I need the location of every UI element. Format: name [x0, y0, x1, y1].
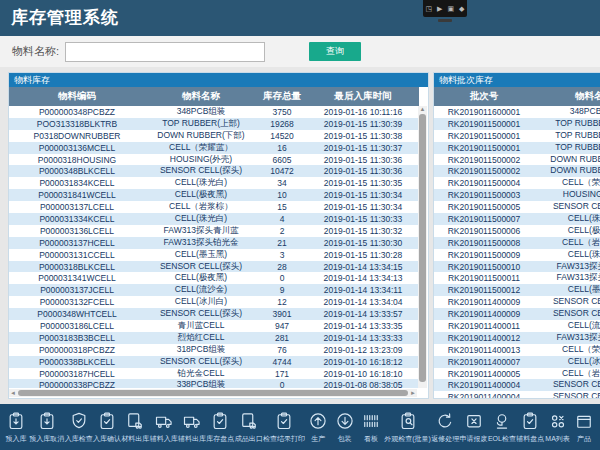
table-row[interactable]: P000003132FCELLCELL(冰川白)122019-01-14 13:…	[9, 296, 419, 308]
overlay-handle[interactable]	[438, 19, 452, 22]
table-row[interactable]: P000003136LCELLFAW313探头青川蓝22019-01-15 11…	[9, 225, 419, 237]
horizontal-scrollbar[interactable]: ◄ ►	[9, 389, 417, 397]
table-cell: 2019-01-14 13:34:11	[307, 285, 419, 295]
table-row[interactable]: P000031341WCELLCELL(极夜黑)02019-01-14 13:3…	[9, 272, 419, 284]
table-row[interactable]: P0000348WHTCELLSENSOR CELL(探头)39012019-0…	[9, 308, 419, 320]
table-row[interactable]: RK2019011500001TOP RUBBER(上部)	[434, 142, 600, 154]
capture-overlay-toolbar[interactable]: ◳▶▣◆	[423, 0, 467, 17]
toolbar-item-7[interactable]: 辅料出库	[178, 411, 206, 444]
scroll-thumb[interactable]	[18, 390, 408, 396]
table-row[interactable]: RK2019011500007CELL(珠光白)	[434, 213, 600, 225]
table-row[interactable]: P000003136MCELLCELL（荣耀蓝）162019-01-15 11:…	[9, 142, 419, 154]
table-row[interactable]: P0003183B3BCELL烈焰红CELL2812019-01-14 13:3…	[9, 332, 419, 344]
scroll-left-arrow[interactable]: ◄	[10, 389, 16, 397]
table-row[interactable]: P000000348PCBZZ348PCB组装37502019-01-16 10…	[9, 106, 419, 118]
table-row[interactable]: P000003187HCELL铂光金CELL1712019-01-10 16:1…	[9, 368, 419, 380]
toolbar-item-12[interactable]: 包装	[332, 411, 358, 444]
scroll-up-arrow[interactable]: ▲	[418, 106, 427, 113]
table-cell: SENSOR CELL(探头)	[145, 165, 257, 177]
table-row[interactable]: RK2019011600001348PCB组装	[434, 106, 600, 118]
table-row[interactable]: RK2019011500010FAW313探头青川蓝	[434, 261, 600, 273]
toolbar-item-4[interactable]: 入库确认	[93, 411, 121, 444]
toolbar-item-19[interactable]: MA列表	[545, 411, 571, 444]
capture-icon[interactable]: ◳	[425, 5, 432, 12]
table-row[interactable]: RK2019011400011CELL(流沙金)	[434, 320, 600, 332]
table-row[interactable]: P000003137HCELLFAW313探头铂光金212019-01-15 1…	[9, 237, 419, 249]
play-icon[interactable]: ▶	[437, 5, 442, 12]
toolbar-item-13[interactable]: 看板	[358, 411, 384, 444]
table-row[interactable]: RK2019011500002DOWN RUBBER(下部)	[434, 154, 600, 166]
toolbar-item-3[interactable]: 入库检查	[65, 411, 93, 444]
table-row[interactable]: P000003137LCELLCELL（岩浆棕）152019-01-15 11:…	[9, 201, 419, 213]
clipboard-in-icon	[37, 411, 57, 431]
vertical-scrollbar[interactable]: ▲	[418, 106, 427, 388]
toolbar-item-8[interactable]: 库存盘点	[206, 411, 234, 444]
table-row[interactable]: RK2019011400012FAW313探头铂光金	[434, 332, 600, 344]
toolbar-item-1[interactable]: 预入库	[3, 411, 29, 444]
table-row[interactable]: RK2019011400007CELL(冰川白)	[434, 356, 600, 368]
table-cell: 21	[257, 238, 307, 248]
toolbar-item-2[interactable]: 预入库取消	[29, 411, 64, 444]
table-row[interactable]: P000031841WCELLCELL(极夜黑)102019-01-15 11:…	[9, 189, 419, 201]
scroll-right-arrow[interactable]: ►	[410, 389, 416, 397]
table-row[interactable]: RK2019011500004CELL（荣耀蓝）	[434, 177, 600, 189]
table-row[interactable]: RK2019011400009SENSOR CELL(探头)	[434, 296, 600, 308]
table-row[interactable]: RK2019011400013CELL（荣耀蓝）	[434, 344, 600, 356]
material-name-input[interactable]	[65, 42, 265, 62]
toolbar-item-9[interactable]: 成品出口	[235, 411, 263, 444]
toolbar-item-16[interactable]: 申请报废	[460, 411, 488, 444]
clipboard-check-icon	[210, 411, 230, 431]
table-cell: FAW313探头青川蓝	[145, 225, 257, 237]
table-row[interactable]: RK2019011400004SENSOR CELL(探头)	[434, 379, 600, 391]
query-button[interactable]: 查询	[309, 42, 361, 61]
table-row[interactable]: RK2019011400004SENSOR CELL(探头)	[434, 391, 600, 398]
table-row[interactable]: P0000318HOUSINGHOUSING(外壳)66052019-01-15…	[9, 154, 419, 166]
table-row[interactable]: RK2019011500005SENSOR CELL(探头)	[434, 201, 600, 213]
toolbar-item-5[interactable]: 材料出库	[121, 411, 149, 444]
scroll-thumb[interactable]	[419, 114, 426, 382]
pin-icon[interactable]: ◆	[459, 5, 464, 12]
toolbar-item-15[interactable]: 返修处理	[431, 411, 459, 444]
table-row[interactable]: RK2019011400009SENSOR CELL(探头)	[434, 308, 600, 320]
table-row[interactable]: RK2019011500001TOP RUBBER(上部)	[434, 130, 600, 142]
table-row[interactable]: P0000348BLKCELLSENSOR CELL(探头)104722019-…	[9, 165, 419, 177]
toolbar-item-18[interactable]: 辅料盘点	[516, 411, 544, 444]
table-row[interactable]: RK2019011500009CELL(珠光白)	[434, 249, 600, 261]
toolbar-item-11[interactable]: 生产	[305, 411, 331, 444]
table-cell: 2019-01-15 11:30:32	[307, 226, 419, 236]
table-row[interactable]: P000003186LCELL青川蓝CELL9472019-01-14 13:3…	[9, 320, 419, 332]
table-row[interactable]: RK2019011400005CELL（岩浆棕）	[434, 368, 600, 380]
table-cell: RK2019011500008	[434, 238, 534, 248]
table-cell: 0	[257, 273, 307, 283]
table-row[interactable]: P000000318PCBZZ318PCB组装762019-01-12 13:2…	[9, 344, 419, 356]
table-row[interactable]: P000003137JCELLCELL(流沙金)92019-01-14 13:3…	[9, 284, 419, 296]
refresh-icon	[435, 411, 455, 431]
microscope-icon	[492, 411, 512, 431]
table-cell: 2019-01-15 11:30:33	[307, 214, 419, 224]
table-row[interactable]: RK2019011500006CELL(极夜黑)	[434, 225, 600, 237]
window-icon[interactable]: ▣	[447, 5, 454, 12]
table-row[interactable]: P000003131CCELLCELL(墨玉黑)32019-01-15 11:3…	[9, 249, 419, 261]
toolbar-item-20[interactable]: 产品	[571, 411, 597, 444]
circles-icon	[548, 411, 568, 431]
table-row[interactable]: RK2019011500002DOWN RUBBER(下部)	[434, 165, 600, 177]
toolbar-item-10[interactable]: 检查结果打印	[263, 411, 305, 444]
toolbar-item-6[interactable]: 辅料入库	[150, 411, 178, 444]
table-row[interactable]: RK2019011500008CELL（岩浆棕）	[434, 237, 600, 249]
table-row[interactable]: POO313318BLKTRBTOP RUBBER(上部)192682019-0…	[9, 118, 419, 130]
column-header: 物料名称	[534, 90, 600, 103]
table-row[interactable]: RK2019011500003HOUSING(外壳)	[434, 189, 600, 201]
toolbar-item-17[interactable]: EOL检查	[488, 411, 516, 444]
table-row[interactable]: P000000338PCBZZ338PCB组装02019-01-08 08:38…	[9, 379, 419, 388]
table-row[interactable]: P000031334KCELLCELL(珠光白)42019-01-15 11:3…	[9, 213, 419, 225]
table-row[interactable]: P0000318BLKCELLSENSOR CELL(探头)282019-01-…	[9, 261, 419, 273]
table-cell: RK2019011500009	[434, 250, 534, 260]
table-row[interactable]: P0000338BLKCELLSENSOR CELL(探头)47442019-0…	[9, 356, 419, 368]
table-row[interactable]: RK2019011500012CELL(墨玉黑)	[434, 284, 600, 296]
table-row[interactable]: P000031834KCELLCELL(珠光白)342019-01-15 11:…	[9, 177, 419, 189]
table-cell: 铂光金CELL	[145, 368, 257, 380]
toolbar-item-14[interactable]: 外观检查(批量)	[384, 411, 431, 444]
table-row[interactable]: RK2019011500001TOP RUBBER(上部)	[434, 118, 600, 130]
table-row[interactable]: P0318DOWNRUBBERDOWN RUBBER(下部)145202019-…	[9, 130, 419, 142]
table-row[interactable]: RK2019011500011FAW313探头铂光金	[434, 272, 600, 284]
